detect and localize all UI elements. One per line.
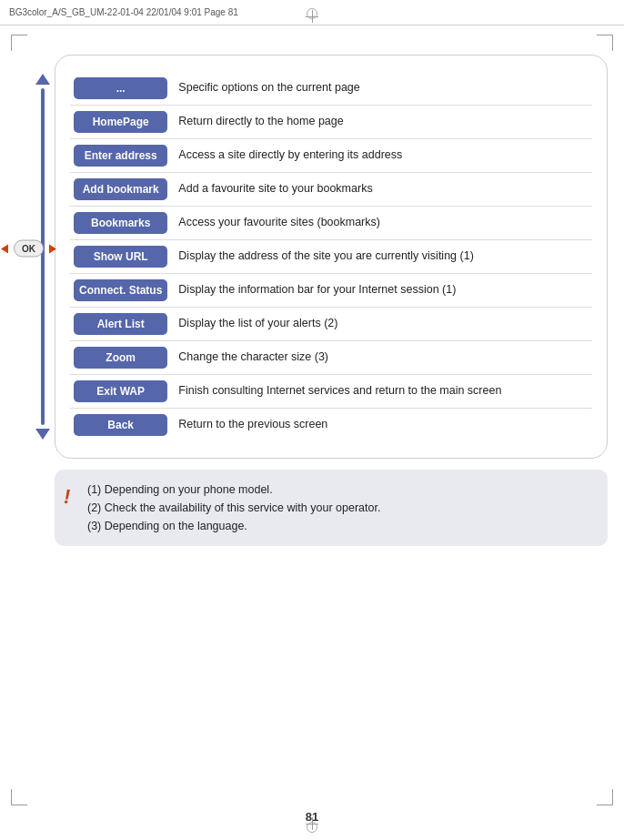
header-bar: BG3color_A/S_GB_UM-22-01-04 22/01/04 9:0…	[0, 0, 624, 25]
menu-label-cell: Alert List	[70, 308, 175, 341]
menu-label-cell: Add bookmark	[70, 173, 175, 207]
menu-button-label[interactable]: ...	[74, 77, 167, 99]
header-text: BG3color_A/S_GB_UM-22-01-04 22/01/04 9:0…	[9, 7, 238, 17]
ok-button-wrapper: OK	[14, 240, 44, 258]
menu-label-cell: Show URL	[70, 240, 175, 274]
menu-label-cell: HomePage	[70, 106, 175, 139]
menu-description: Display the address of the site you are …	[175, 240, 592, 274]
page-number: 81	[306, 810, 318, 824]
menu-description: Display the list of your alerts (2)	[175, 308, 592, 341]
menu-label-cell: Enter address	[70, 139, 175, 173]
menu-label-cell: Bookmarks	[70, 207, 175, 240]
menu-description: Access your favourite sites (bookmarks)	[175, 207, 592, 240]
menu-description: Return to the previous screen	[175, 409, 592, 442]
ok-arrow-left	[1, 244, 8, 253]
menu-row: HomePageReturn directly to the home page	[70, 106, 592, 139]
menu-row: BackReturn to the previous screen	[70, 409, 592, 442]
info-box: ! (1) Depending on your phone model.(2) …	[55, 470, 608, 546]
menu-description: Display the information bar for your Int…	[175, 274, 592, 308]
menu-button-label[interactable]: Connect. Status	[74, 279, 167, 301]
menu-label-cell: Back	[70, 409, 175, 442]
notes-container: (1) Depending on your phone model.(2) Ch…	[87, 481, 595, 535]
menu-description: Change the character size (3)	[175, 341, 592, 375]
menu-button-label[interactable]: Zoom	[74, 347, 167, 369]
menu-table: ...Specific options on the current pageH…	[70, 72, 592, 441]
menu-button-label[interactable]: Enter address	[74, 145, 167, 167]
menu-description: Access a site directly by entering its a…	[175, 139, 592, 173]
corner-mark-tr	[597, 35, 613, 51]
menu-row: Enter addressAccess a site directly by e…	[70, 139, 592, 173]
menu-description: Finish consulting Internet services and …	[175, 375, 592, 409]
menu-row: Alert ListDisplay the list of your alert…	[70, 308, 592, 341]
note-item: (2) Check the availability of this servi…	[87, 499, 595, 517]
menu-button-label[interactable]: HomePage	[74, 111, 167, 133]
menu-label-cell: ...	[70, 72, 175, 106]
menu-button-label[interactable]: Alert List	[74, 313, 167, 335]
note-item: (1) Depending on your phone model.	[87, 481, 595, 499]
menu-button-label[interactable]: Back	[74, 414, 167, 436]
menu-row: Add bookmarkAdd a favourite site to your…	[70, 173, 592, 207]
scroll-arrow-down[interactable]	[35, 429, 50, 440]
menu-row: Connect. StatusDisplay the information b…	[70, 274, 592, 308]
menu-card: OK ...Specific options on the current pa…	[55, 55, 608, 459]
scroll-arrow-up[interactable]	[35, 74, 50, 85]
menu-button-label[interactable]: Bookmarks	[74, 212, 167, 234]
menu-description: Return directly to the home page	[175, 106, 592, 139]
menu-label-cell: Zoom	[70, 341, 175, 375]
menu-description: Specific options on the current page	[175, 72, 592, 106]
menu-row: Show URLDisplay the address of the site …	[70, 240, 592, 274]
menu-label-cell: Connect. Status	[70, 274, 175, 308]
ok-button[interactable]: OK	[14, 240, 44, 258]
corner-mark-bl	[11, 789, 27, 805]
menu-row: Exit WAPFinish consulting Internet servi…	[70, 375, 592, 409]
menu-description: Add a favourite site to your bookmarks	[175, 173, 592, 207]
info-icon: !	[64, 481, 70, 512]
note-item: (3) Depending on the language.	[87, 517, 595, 535]
ok-arrow-right	[49, 244, 56, 253]
menu-row: BookmarksAccess your favourite sites (bo…	[70, 207, 592, 240]
menu-button-label[interactable]: Exit WAP	[74, 380, 167, 402]
menu-row: ...Specific options on the current page	[70, 72, 592, 106]
menu-label-cell: Exit WAP	[70, 375, 175, 409]
menu-button-label[interactable]: Show URL	[74, 246, 167, 268]
main-content: OK ...Specific options on the current pa…	[55, 55, 608, 794]
menu-row: ZoomChange the character size (3)	[70, 341, 592, 375]
corner-mark-tl	[11, 35, 27, 51]
menu-button-label[interactable]: Add bookmark	[74, 178, 167, 200]
